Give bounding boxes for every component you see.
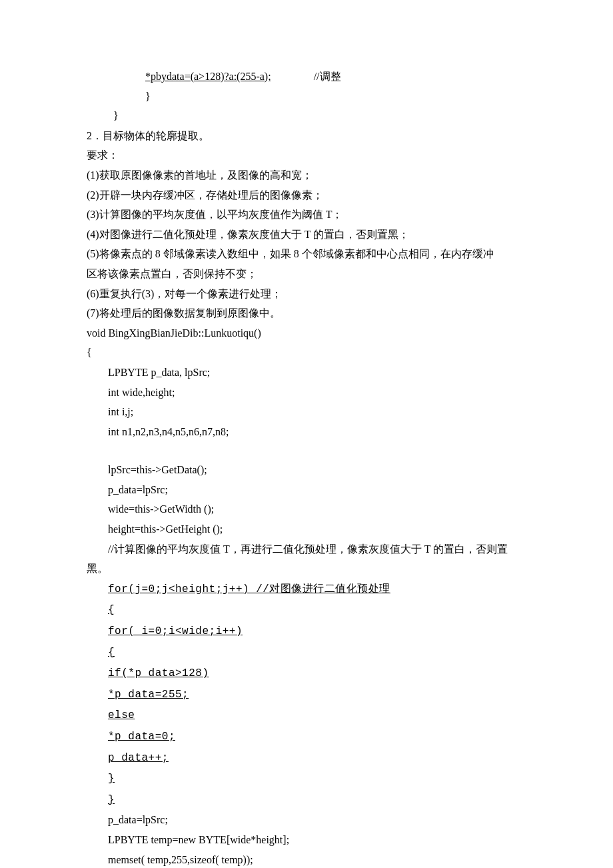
code-line: LPBYTE temp=new BYTE[wide*height];	[87, 830, 526, 850]
code-line: }	[87, 789, 526, 811]
code-line: p_data++;	[87, 747, 526, 769]
code-line: lpSrc=this->GetData();	[87, 460, 526, 480]
comment-line: //计算图像的平均灰度值 T，再进行二值化预处理，像素灰度值大于 T 的置白，否…	[87, 539, 526, 559]
body-text: (7)将处理后的图像数据复制到原图像中。	[87, 303, 526, 323]
code-text: for(j=0;j<height;j++) //对图像进行二值化预处理	[108, 583, 390, 595]
body-text: (6)重复执行(3)，对每一个像素进行处理；	[87, 284, 526, 304]
code-text: for( i=0;i<wide;i++)	[108, 625, 243, 637]
body-text: (3)计算图像的平均灰度值，以平均灰度值作为阈值 T；	[87, 205, 526, 225]
code-text: *p_data=0;	[108, 731, 175, 743]
code-line: {	[87, 343, 526, 363]
code-text: p_data++;	[108, 752, 169, 764]
code-line: *pbydata=(a>128)?a:(255-a); //调整	[87, 67, 526, 87]
code-line: *p_data=0;	[87, 726, 526, 747]
code-line: if(*p_data>128)	[87, 663, 526, 684]
code-line: void BingXingBianJieDib::Lunkuotiqu()	[87, 323, 526, 343]
code-text: }	[108, 794, 115, 806]
comment-text: //调整	[314, 67, 341, 87]
code-line: height=this->GetHeight ();	[87, 519, 526, 539]
blank-line	[87, 441, 526, 460]
code-text: }	[108, 773, 115, 785]
code-line: for(j=0;j<height;j++) //对图像进行二值化预处理	[87, 579, 526, 600]
code-text: if(*p_data>128)	[108, 667, 209, 679]
body-text: 区将该像素点置白，否则保持不变；	[87, 264, 526, 284]
body-text: 要求：	[87, 145, 526, 165]
document-page: *pbydata=(a>128)?a:(255-a); //调整 } } 2．目…	[0, 0, 613, 868]
code-line: memset( temp,255,sizeof( temp));	[87, 850, 526, 868]
section-heading: 2．目标物体的轮廓提取。	[87, 126, 526, 146]
code-line: {	[87, 599, 526, 621]
code-line: p_data=lpSrc;	[87, 810, 526, 830]
code-line: LPBYTE p_data, lpSrc;	[87, 363, 526, 383]
code-text: *pbydata=(a>128)?a:(255-a);	[145, 71, 271, 82]
code-line: p_data=lpSrc;	[87, 480, 526, 500]
code-line: int wide,height;	[87, 383, 526, 403]
code-line: wide=this->GetWidth ();	[87, 499, 526, 519]
body-text: (2)开辟一块内存缓冲区，存储处理后的图像像素；	[87, 185, 526, 205]
code-text: *p_data=255;	[108, 689, 189, 701]
code-text: {	[108, 604, 115, 616]
code-line: }	[87, 768, 526, 789]
body-text: (5)将像素点的 8 邻域像素读入数组中，如果 8 个邻域像素都和中心点相同，在…	[87, 244, 526, 264]
body-text: (1)获取原图像像素的首地址，及图像的高和宽；	[87, 165, 526, 185]
code-line: }	[87, 87, 526, 107]
code-line: {	[87, 642, 526, 663]
code-text: else	[108, 709, 135, 721]
code-line: int i,j;	[87, 402, 526, 422]
code-line: *p_data=255;	[87, 684, 526, 705]
code-text: {	[108, 647, 115, 659]
code-line: int n1,n2,n3,n4,n5,n6,n7,n8;	[87, 422, 526, 442]
code-line: }	[87, 106, 526, 126]
body-text: (4)对图像进行二值化预处理，像素灰度值大于 T 的置白，否则置黑；	[87, 225, 526, 245]
code-line: else	[87, 705, 526, 726]
code-line: for( i=0;i<wide;i++)	[87, 621, 526, 642]
comment-line: 黑。	[87, 559, 526, 579]
